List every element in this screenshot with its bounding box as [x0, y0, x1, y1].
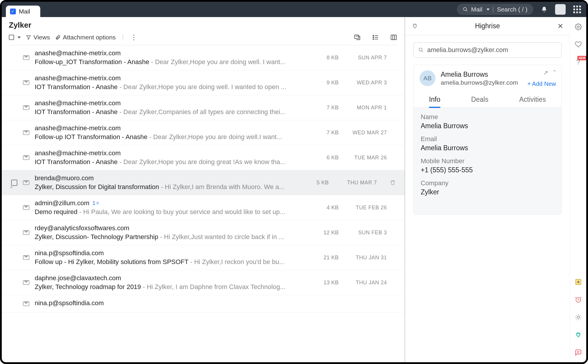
mail-date: THU MAR 7 [342, 180, 377, 186]
field-value-mobile: +1 (555) 555-555 [421, 166, 554, 174]
envelope-icon [23, 55, 29, 60]
envelope-icon [23, 280, 29, 285]
panel-search[interactable]: amelia.burrows@zylker.com [413, 42, 562, 58]
mail-from: anashe@machine-metrix.com [35, 149, 121, 157]
mail-preview: - Hi Zylker, I am Daphne from Clavax Tec… [141, 283, 285, 290]
top-bar: Mail Mail | Search ( / ) [2, 2, 586, 17]
tab-label: Mail [19, 8, 30, 15]
envelope-icon [23, 130, 29, 135]
heart-icon[interactable] [574, 40, 583, 49]
board-view-icon[interactable] [390, 34, 397, 41]
mail-subject: Zylker, Discussion- Technology Partnersh… [35, 233, 158, 241]
mail-date: SUN APR 7 [352, 55, 387, 61]
plug-icon[interactable] [412, 23, 418, 29]
mail-subject: Follow-up IOT Transformation - Anashe [35, 133, 148, 141]
collapse-icon[interactable]: ˄ [553, 69, 556, 76]
mail-date: WED MAR 27 [352, 130, 387, 136]
tab-mail[interactable]: Mail [6, 6, 40, 17]
svg-rect-2 [355, 35, 359, 39]
flag-icon[interactable]: ▸ [11, 184, 13, 190]
envelope-icon [23, 230, 29, 235]
panel-title: Highrise [475, 22, 500, 30]
mail-item[interactable]: ▸brenda@muoro.comZylker, Discussion for … [2, 170, 405, 195]
add-note-icon[interactable] [574, 278, 583, 286]
svg-rect-9 [391, 35, 396, 40]
mail-from: anashe@machine-metrix.com [35, 49, 121, 57]
attachment-icon [55, 34, 61, 40]
mail-app-icon [10, 9, 16, 14]
tab-info[interactable]: Info [429, 93, 440, 108]
mail-item[interactable]: daphne.jose@clavaxtech.comZylker, Techno… [2, 270, 405, 295]
search-placeholder: Search ( / ) [497, 6, 527, 13]
close-icon[interactable]: ✕ [557, 22, 563, 30]
apps-grid-icon[interactable] [573, 6, 581, 13]
envelope-icon [23, 180, 29, 185]
mail-item[interactable]: anashe@machine-metrix.comIOT Transformat… [2, 70, 405, 95]
mail-size: 13 KB [321, 279, 339, 286]
mail-preview: - Dear Zylker,Hope you are doing great !… [118, 158, 285, 166]
tab-deals[interactable]: Deals [471, 93, 488, 108]
mail-from: daphne.jose@clavaxtech.com [35, 274, 121, 282]
mail-item[interactable]: anashe@machine-metrix.comFollow-up IOT T… [2, 120, 405, 145]
select-all[interactable] [9, 35, 21, 40]
thread-count-badge: 1 [92, 200, 99, 206]
field-value-name: Amelia Burrows [421, 122, 554, 130]
mail-size: 12 KB [321, 229, 339, 236]
views-button[interactable]: Views [26, 34, 50, 41]
mail-preview: - Dear Zylker,Hope you are doing well. I… [118, 83, 286, 91]
svg-line-27 [580, 319, 581, 320]
mail-preview: - Hi Zylker,Just wanted to circle back i… [158, 233, 284, 241]
chat-icon[interactable] [574, 348, 583, 357]
mail-from: anashe@machine-metrix.com [35, 124, 121, 132]
list-view-icon[interactable] [372, 34, 379, 41]
contact-avatar: AB [420, 70, 435, 86]
contact-name: Amelia Burrows [441, 71, 555, 79]
svg-line-26 [576, 315, 577, 316]
chevron-down-icon [487, 9, 490, 11]
more-menu-icon[interactable]: ⋮ [130, 33, 137, 41]
plug-rail-icon[interactable] [574, 330, 583, 339]
mail-date: SUN FEB 3 [352, 230, 387, 236]
svg-point-14 [419, 48, 422, 51]
mail-from: anashe@machine-metrix.com [35, 99, 121, 107]
open-external-icon[interactable]: ↗ [543, 69, 548, 76]
alarm-icon[interactable] [574, 295, 583, 304]
trash-icon[interactable] [390, 180, 396, 186]
mail-from: rdey@analyticsfoxsoftwares.com [35, 224, 129, 232]
search-scope: Mail [471, 6, 482, 13]
mail-size: 7 KB [321, 129, 339, 136]
tab-activities[interactable]: Activities [519, 93, 546, 108]
filter-icon [26, 35, 31, 40]
add-new-link[interactable]: + Add New [527, 81, 556, 87]
chevron-down-icon [18, 36, 21, 39]
mail-item[interactable]: rdey@analyticsfoxsoftwares.comZylker, Di… [2, 220, 405, 245]
gear-icon[interactable] [574, 22, 583, 31]
attachment-options-button[interactable]: Attachment options [55, 34, 116, 41]
mail-item[interactable]: anashe@machine-metrix.comIOT Transformat… [2, 95, 405, 120]
mail-item[interactable]: admin@zillum.com1 Demo required - Hi Pau… [2, 195, 405, 220]
mail-item[interactable]: nina.p@spsoftindia.comFollow up - Hi Zyl… [2, 245, 405, 270]
mail-from: admin@zillum.com [35, 199, 89, 207]
svg-line-28 [576, 319, 577, 320]
mail-from: anashe@machine-metrix.com [35, 74, 121, 82]
separator [123, 34, 123, 41]
svg-line-1 [466, 10, 467, 11]
envelope-icon [23, 205, 29, 210]
mail-subject: IOT Transformation - Anashe [35, 108, 118, 116]
help-icon[interactable]: ? NEW [574, 58, 583, 66]
svg-point-5 [373, 39, 374, 40]
search-icon [418, 47, 424, 53]
avatar[interactable] [555, 4, 566, 15]
mail-item[interactable]: anashe@machine-metrix.comFollow-up_IOT T… [2, 45, 405, 70]
global-search[interactable]: Mail | Search ( / ) [457, 4, 533, 15]
envelope-icon [23, 155, 29, 160]
bell-icon[interactable] [541, 6, 547, 13]
mail-item[interactable]: nina.p@spsoftindia.com [2, 295, 405, 313]
grouped-view-icon[interactable] [353, 34, 361, 41]
mail-item[interactable]: anashe@machine-metrix.comIOT Transformat… [2, 145, 405, 170]
mail-date: MON APR 1 [352, 105, 387, 111]
field-value-company: Zylker [421, 188, 554, 196]
brightness-icon[interactable] [574, 313, 583, 322]
mail-preview: - Hi Paula, We are looking to buy your s… [78, 208, 285, 216]
mail-list[interactable]: anashe@machine-metrix.comFollow-up_IOT T… [2, 45, 405, 362]
